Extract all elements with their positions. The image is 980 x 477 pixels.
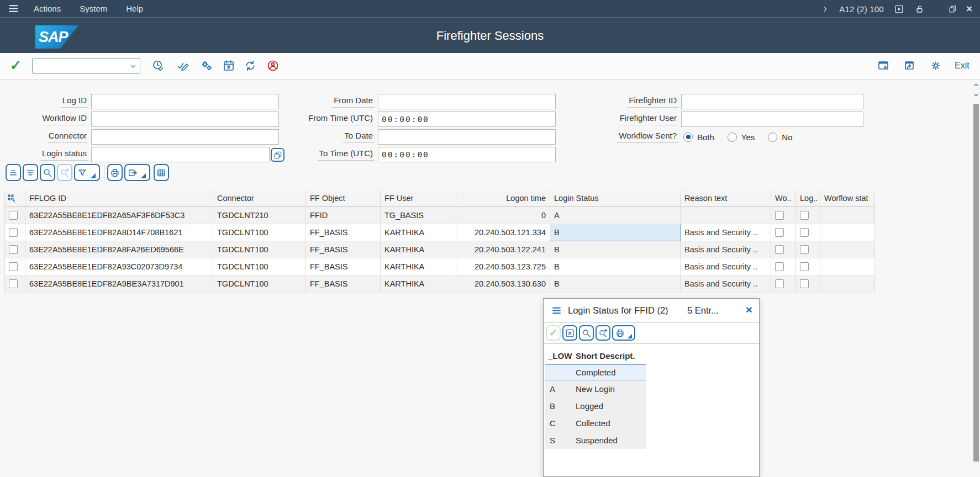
cell-connector[interactable]: TGDCLNT100 [213, 241, 306, 258]
menu-actions[interactable]: Actions [31, 3, 63, 14]
new-window-favorite-button[interactable] [877, 59, 890, 72]
find-next-button[interactable] [57, 164, 72, 181]
col-worflow-status[interactable]: Worflow stat [820, 190, 875, 206]
cell-fflog-id[interactable]: 63E22A55BE8E1EDF82A8FA26ED69566E [25, 241, 213, 258]
cell-worflow-status[interactable] [820, 224, 875, 241]
cell-login-status[interactable]: B [550, 275, 681, 292]
row-select-cell[interactable] [5, 206, 25, 224]
cell-logon-time[interactable]: 20.240.503.121.334 [456, 224, 550, 241]
cell-ff-user[interactable]: KARTHIKA [381, 258, 456, 275]
chevron-down-icon[interactable] [129, 62, 138, 71]
gui-actions-button[interactable] [903, 59, 916, 72]
checkbox[interactable] [775, 279, 784, 288]
checkbox[interactable] [800, 228, 809, 237]
radio-yes[interactable]: Yes [728, 132, 755, 142]
checkbox[interactable] [800, 245, 809, 254]
cell-login-status[interactable]: A [550, 206, 681, 224]
col-wo[interactable]: Wo.. [771, 190, 796, 206]
popup-list-item[interactable]: Completed [545, 364, 646, 380]
cell-ff-object[interactable]: FF_BASIS [306, 241, 381, 258]
popup-accept-button[interactable]: ✓ [546, 325, 561, 341]
to-date-input[interactable] [378, 129, 556, 145]
restore-button[interactable] [948, 4, 957, 14]
cell-connector[interactable]: TGDCLNT100 [213, 275, 306, 292]
cell-login-status[interactable]: B [550, 241, 681, 258]
col-login-status[interactable]: Login Status [550, 190, 681, 206]
row-select-checkbox[interactable] [9, 245, 18, 254]
row-select-checkbox[interactable] [9, 228, 18, 237]
popup-list-item[interactable]: ANew Login [545, 380, 646, 398]
find-button[interactable] [40, 164, 55, 181]
cell-ff-user[interactable]: TG_BASIS [381, 206, 456, 224]
cell-worflow-status[interactable] [820, 241, 875, 258]
cell-wo-checkbox[interactable] [771, 224, 796, 241]
cell-ff-user[interactable]: KARTHIKA [381, 224, 456, 241]
cell-login-status[interactable]: B [550, 258, 681, 275]
row-select-checkbox[interactable] [9, 211, 18, 220]
cell-log-checkbox[interactable] [796, 206, 820, 224]
menu-icon[interactable] [8, 3, 19, 14]
cell-worflow-status[interactable] [820, 206, 875, 224]
login-status-input[interactable] [91, 147, 270, 162]
menu-system[interactable]: System [77, 3, 109, 14]
row-select-checkbox[interactable] [9, 279, 18, 288]
to-time-input[interactable] [378, 147, 556, 162]
cell-wo-checkbox[interactable] [771, 275, 796, 292]
session-history-button[interactable] [151, 59, 165, 72]
cell-ff-user[interactable]: KARTHIKA [381, 241, 456, 258]
popup-close-icon[interactable]: × [746, 303, 752, 316]
firefighter-user-input[interactable] [681, 112, 863, 127]
popup-list-item[interactable]: BLogged [545, 398, 646, 415]
cell-logon-time[interactable]: 20.240.503.122.241 [456, 241, 550, 258]
row-select-checkbox[interactable] [9, 262, 18, 271]
command-field[interactable] [32, 58, 140, 74]
cell-reason-text[interactable]: Basis and Security .. [681, 275, 771, 292]
cell-worflow-status[interactable] [820, 258, 875, 275]
select-all-header[interactable] [5, 190, 25, 206]
workflow-id-input[interactable] [91, 112, 279, 127]
log-id-input[interactable] [91, 94, 279, 109]
popup-find-button[interactable] [579, 325, 594, 341]
enter-check-button[interactable]: ✓ [10, 57, 22, 73]
cell-log-checkbox[interactable] [796, 241, 820, 258]
cell-fflog-id[interactable]: 63E22A55BE8E1EDF82A8D14F708B1621 [25, 224, 213, 241]
sort-ascending-button[interactable] [6, 164, 21, 181]
table-row[interactable]: 63E22A55BE8E1EDF82A93C02073D9734TGDCLNT1… [5, 258, 875, 275]
cell-login-status[interactable]: B [550, 224, 681, 241]
scroll-down-icon[interactable] [973, 92, 979, 98]
table-row[interactable]: 63E22A55BE8E1EDF82A8FA26ED69566ETGDCLNT1… [5, 241, 875, 258]
row-select-cell[interactable] [5, 224, 25, 241]
menu-help[interactable]: Help [124, 3, 145, 14]
connector-input[interactable] [91, 129, 279, 145]
checkbox[interactable] [775, 245, 784, 254]
export-menu-button[interactable] [124, 164, 150, 181]
cell-ff-user[interactable]: KARTHIKA [381, 275, 456, 292]
cell-reason-text[interactable]: Basis and Security .. [681, 224, 771, 241]
cell-connector[interactable]: TGDCLNT210 [213, 206, 306, 224]
table-row[interactable]: 63E22A55BE8E1EDF82A65AF3F6DF53C3TGDCLNT2… [5, 206, 875, 224]
row-select-cell[interactable] [5, 241, 25, 258]
checkbox[interactable] [775, 211, 784, 220]
end-session-button[interactable] [266, 59, 280, 72]
cell-logon-time[interactable]: 0 [456, 206, 550, 224]
cell-log-checkbox[interactable] [796, 224, 820, 241]
col-ff-user[interactable]: FF User [381, 190, 456, 206]
popup-list-item[interactable]: CCollected [545, 415, 646, 432]
popup-print-menu-button[interactable] [612, 325, 635, 341]
scroll-up-icon[interactable] [973, 82, 979, 88]
col-fflog-id[interactable]: FFLOG ID [25, 190, 213, 206]
vertical-scrollbar[interactable] [972, 81, 980, 477]
radio-no[interactable]: No [768, 132, 792, 142]
table-row[interactable]: 63E22A55BE8E1EDF82A9BE3A7317D901TGDCLNT1… [5, 275, 875, 292]
cell-ff-object[interactable]: FF_BASIS [306, 275, 381, 292]
from-date-input[interactable] [378, 94, 556, 109]
cell-ff-object[interactable]: FFID [306, 206, 381, 224]
radio-both[interactable]: Both [683, 132, 714, 142]
cell-log-checkbox[interactable] [796, 258, 820, 275]
row-select-cell[interactable] [5, 258, 25, 275]
unlock-icon[interactable] [914, 4, 925, 14]
edit-check-button[interactable] [176, 59, 189, 72]
checkbox[interactable] [775, 262, 784, 271]
scrollbar-thumb[interactable] [973, 104, 979, 462]
cell-wo-checkbox[interactable] [771, 206, 796, 224]
